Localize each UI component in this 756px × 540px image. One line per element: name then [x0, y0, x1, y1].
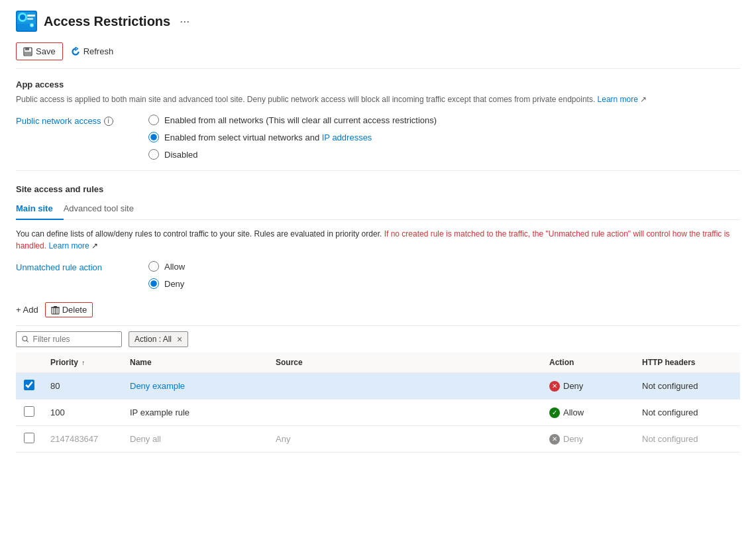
- row-name: IP example rule: [122, 400, 268, 426]
- action-deny-gray: ✕ Deny: [549, 434, 626, 445]
- radio-unmatched-deny[interactable]: Deny: [148, 278, 185, 289]
- app-access-desc: Public access is applied to both main si…: [16, 93, 740, 105]
- row-checkbox-cell[interactable]: [16, 400, 42, 426]
- unmatched-rule-row: Unmatched rule action Allow Deny: [16, 261, 740, 289]
- table-row[interactable]: 100 IP example rule ✓ Allow: [16, 400, 740, 426]
- table-header-row: Priority ↑ Name Source Action HTTP heade…: [16, 352, 740, 373]
- radio-all-networks-input[interactable]: [148, 115, 159, 125]
- row-source: [268, 400, 541, 426]
- public-network-options: Enabled from all networks (This will cle…: [148, 115, 437, 160]
- svg-rect-11: [25, 52, 31, 55]
- radio-select-networks-input[interactable]: [148, 132, 159, 142]
- svg-point-3: [20, 15, 25, 20]
- col-action: Action: [541, 352, 634, 373]
- refresh-icon: [71, 47, 80, 56]
- radio-unmatched-allow-input[interactable]: [148, 261, 159, 272]
- filter-tag-label: Action : All: [135, 335, 172, 344]
- page-title: Access Restrictions: [44, 14, 170, 29]
- delete-icon: [51, 305, 60, 315]
- site-access-title: Site access and rules: [16, 184, 740, 194]
- row-checkbox-cell[interactable]: [16, 373, 42, 400]
- rule-description: You can define lists of allow/deny rules…: [16, 228, 740, 252]
- app-service-icon: [16, 11, 37, 32]
- row-action: ✓ Allow: [541, 400, 634, 426]
- deny-gray-icon: ✕: [549, 434, 560, 445]
- save-button[interactable]: Save: [16, 42, 63, 60]
- search-icon: [22, 335, 29, 343]
- filter-tag: Action : All ×: [129, 331, 188, 347]
- filter-rules-input[interactable]: [33, 335, 116, 344]
- tab-main-site[interactable]: Main site: [16, 198, 64, 220]
- save-label: Save: [36, 46, 56, 56]
- radio-unmatched-deny-input[interactable]: [148, 278, 159, 289]
- row-priority: 100: [42, 400, 122, 426]
- radio-all-networks[interactable]: Enabled from all networks (This will cle…: [148, 115, 437, 125]
- row-action: ✕ Deny: [541, 426, 634, 453]
- row-http-headers: Not configured: [634, 400, 740, 426]
- svg-rect-5: [27, 18, 33, 20]
- refresh-label: Refresh: [83, 46, 114, 56]
- col-priority: Priority ↑: [42, 352, 122, 373]
- sort-arrow-priority: ↑: [81, 359, 85, 366]
- filter-bar: Action : All ×: [16, 325, 740, 352]
- public-network-row: Public network access i Enabled from all…: [16, 115, 740, 160]
- svg-point-8: [31, 25, 33, 27]
- table-row[interactable]: 2147483647 Deny all Any ✕ Deny: [16, 426, 740, 453]
- row-checkbox[interactable]: [24, 380, 34, 390]
- row-priority: 80: [42, 373, 122, 400]
- unmatched-rule-label: Unmatched rule action: [16, 262, 122, 272]
- delete-button[interactable]: Delete: [45, 302, 93, 317]
- site-access-section: Site access and rules Main site Advanced…: [16, 184, 740, 453]
- allow-icon: ✓: [549, 407, 560, 418]
- tab-advanced-tool-site[interactable]: Advanced tool site: [64, 198, 144, 220]
- radio-disabled[interactable]: Disabled: [148, 149, 437, 160]
- col-source: Source: [268, 352, 541, 373]
- filter-tag-close[interactable]: ×: [177, 334, 182, 345]
- svg-point-18: [23, 337, 27, 341]
- row-name: Deny all: [122, 426, 268, 453]
- section-divider: [16, 170, 740, 171]
- row-action: ✕ Deny: [541, 373, 634, 400]
- col-checkbox: [16, 352, 42, 373]
- col-http-headers: HTTP headers: [634, 352, 740, 373]
- row-checkbox[interactable]: [24, 433, 34, 443]
- rules-table: Priority ↑ Name Source Action HTTP heade…: [16, 352, 740, 453]
- rule-learn-more[interactable]: Learn more: [48, 241, 89, 250]
- deny-icon: ✕: [549, 381, 560, 392]
- filter-input-wrapper[interactable]: [16, 331, 122, 347]
- public-network-label: Public network access i: [16, 116, 122, 126]
- action-bar: + Add Delete: [16, 302, 740, 317]
- row-checkbox-cell[interactable]: [16, 426, 42, 453]
- refresh-button[interactable]: Refresh: [71, 46, 114, 56]
- svg-rect-10: [25, 48, 29, 50]
- ip-addresses-link[interactable]: IP addresses: [322, 133, 372, 142]
- svg-line-19: [27, 341, 28, 343]
- row-checkbox[interactable]: [24, 406, 34, 417]
- row-priority: 2147483647: [42, 426, 122, 453]
- radio-select-networks[interactable]: Enabled from select virtual networks and…: [148, 132, 437, 142]
- app-access-section: App access Public access is applied to b…: [16, 80, 740, 160]
- radio-disabled-input[interactable]: [148, 149, 159, 160]
- public-network-info-icon[interactable]: i: [104, 117, 113, 126]
- action-allow: ✓ Allow: [549, 407, 626, 418]
- row-source: [268, 373, 541, 400]
- radio-unmatched-allow[interactable]: Allow: [148, 261, 185, 272]
- unmatched-options: Allow Deny: [148, 261, 185, 289]
- action-deny: ✕ Deny: [549, 381, 626, 392]
- add-button[interactable]: + Add: [16, 305, 38, 315]
- row-name[interactable]: Deny example: [122, 373, 268, 400]
- row-name-link[interactable]: Deny example: [130, 381, 185, 391]
- app-access-learn-more[interactable]: Learn more: [598, 95, 638, 104]
- row-source: Any: [268, 426, 541, 453]
- site-tabs: Main site Advanced tool site: [16, 198, 740, 220]
- toolbar: Save Refresh: [16, 42, 740, 69]
- table-row[interactable]: 80 Deny example ✕ Deny: [16, 373, 740, 400]
- app-access-title: App access: [16, 80, 740, 89]
- svg-rect-4: [27, 15, 35, 17]
- row-http-headers: Not configured: [634, 426, 740, 453]
- row-http-headers: Not configured: [634, 373, 740, 400]
- save-icon: [23, 47, 32, 56]
- more-options-icon[interactable]: ···: [180, 15, 189, 28]
- col-name: Name: [122, 352, 268, 373]
